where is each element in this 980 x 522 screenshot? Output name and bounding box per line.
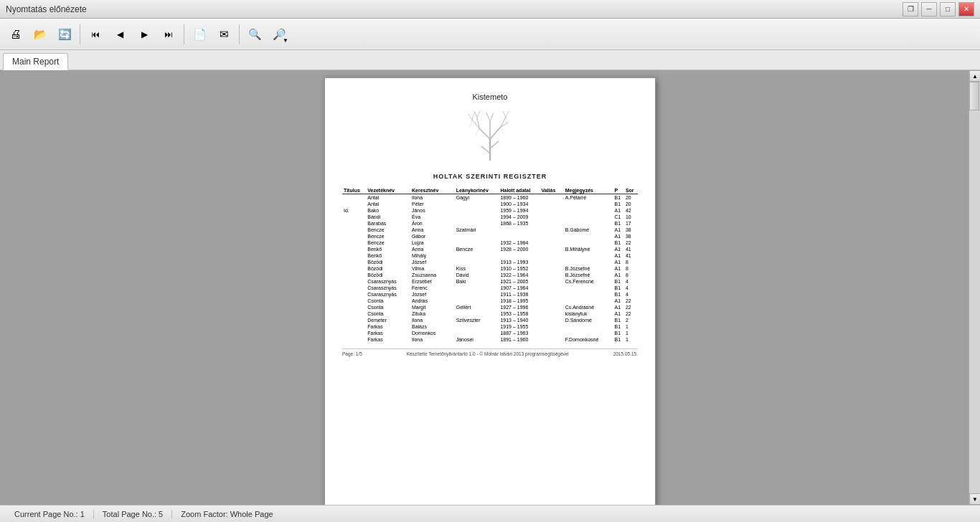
- table-cell: A1: [613, 304, 624, 310]
- table-cell: [455, 285, 499, 291]
- table-cell: 38: [624, 233, 638, 239]
- table-cell: Bakó: [366, 207, 410, 214]
- table-cell: Mihály: [410, 252, 455, 259]
- scroll-up-button[interactable]: ▲: [969, 70, 980, 82]
- toolbar: 🖨 📂 🔄 ⏮ ◀ ▶ ⏭ 📄 ✉ 🔍 🔎 ▼: [0, 19, 980, 50]
- table-cell: [540, 246, 563, 252]
- table-cell: [540, 278, 563, 285]
- table-cell: Barabás: [366, 220, 410, 227]
- col-header-titulus: Titulus: [342, 187, 366, 194]
- table-cell: [540, 194, 563, 201]
- table-cell: 1907 – 1964: [499, 285, 540, 291]
- table-cell: [540, 298, 563, 304]
- svg-line-14: [474, 111, 477, 117]
- table-row: BözödiJózsef1913 – 1993A18: [342, 259, 638, 265]
- svg-line-12: [468, 114, 472, 120]
- table-cell: [455, 201, 499, 207]
- table-cell: Cs.Andrásné: [564, 304, 613, 310]
- table-cell: [540, 233, 563, 239]
- table-cell: Zituka: [410, 310, 455, 317]
- nav-last-icon: ⏭: [164, 29, 173, 39]
- table-cell: Bencze: [455, 246, 499, 252]
- page-footer: Page: 1/5 Készítette Temetőnyilvántartó …: [342, 348, 638, 356]
- table-cell: A1: [613, 227, 624, 233]
- table-cell: A1: [613, 272, 624, 278]
- table-cell: [540, 310, 563, 317]
- col-header-vezeteknev: Vezetéknév: [366, 187, 410, 194]
- report-heading: HOLTAK SZERINTI REGISZTER: [342, 173, 638, 180]
- table-cell: [342, 285, 366, 291]
- table-cell: 22: [624, 298, 638, 304]
- scroll-thumb[interactable]: [969, 82, 979, 110]
- table-cell: 8: [624, 272, 638, 278]
- table-cell: [342, 336, 366, 343]
- table-cell: A1: [613, 265, 624, 272]
- table-cell: Baki: [455, 278, 499, 285]
- footer-created-by: Készítette Temetőnyilvántartó 1.0 - © Mo…: [407, 351, 569, 356]
- vertical-scrollbar[interactable]: ▲ ▼: [969, 70, 980, 505]
- table-cell: [342, 317, 366, 323]
- refresh-button[interactable]: 🔄: [53, 23, 76, 46]
- table-cell: Bándi: [366, 214, 410, 220]
- tree-svg: [461, 107, 519, 164]
- nav-next-button[interactable]: ▶: [133, 23, 156, 46]
- table-cell: 1913 – 1993: [499, 259, 540, 265]
- table-cell: C1: [613, 214, 624, 220]
- table-cell: [342, 291, 366, 298]
- table-row: FarkasDomonkos1887 – 1963B11: [342, 330, 638, 336]
- table-cell: 2: [624, 317, 638, 323]
- table-cell: János: [410, 207, 455, 214]
- zoom-button[interactable]: 🔎 ▼: [268, 23, 291, 46]
- table-cell: 1: [624, 330, 638, 336]
- col-header-keresztnev: Keresztnév: [410, 187, 455, 194]
- nav-prev-button[interactable]: ◀: [108, 23, 131, 46]
- table-cell: F.Domonkosné: [564, 336, 613, 343]
- close-button[interactable]: ✕: [958, 2, 974, 16]
- table-cell: 1928 – 2000: [499, 246, 540, 252]
- table-cell: A.Pétarré: [564, 194, 613, 201]
- table-cell: D.Sándorné: [564, 317, 613, 323]
- table-cell: [540, 285, 563, 291]
- table-cell: [540, 330, 563, 336]
- col-header-sor: Sor: [624, 187, 638, 194]
- table-row: BözödiVilmaKiss1910 – 1952B.JózsefnéA18: [342, 265, 638, 272]
- table-cell: 4: [624, 291, 638, 298]
- svg-line-1: [481, 146, 490, 153]
- svg-line-3: [479, 128, 490, 139]
- table-cell: 1891 – 1960: [499, 336, 540, 343]
- scroll-down-button[interactable]: ▼: [969, 493, 980, 505]
- table-cell: [564, 330, 613, 336]
- table-row: BenczeAnnaSzatmáriB.GáboméA138: [342, 227, 638, 233]
- table-cell: [564, 233, 613, 239]
- open-button[interactable]: 📂: [29, 23, 52, 46]
- table-cell: B1: [613, 323, 624, 330]
- table-cell: 1918 – 1995: [499, 298, 540, 304]
- table-cell: [342, 233, 366, 239]
- table-cell: Benkő: [366, 246, 410, 252]
- email-button[interactable]: ✉: [212, 23, 235, 46]
- nav-last-button[interactable]: ⏭: [157, 23, 180, 46]
- table-cell: B1: [613, 278, 624, 285]
- col-header-vallas: Vallás: [540, 187, 563, 194]
- table-cell: 1919 – 1955: [499, 323, 540, 330]
- table-cell: Csarasznyás: [366, 285, 410, 291]
- table-cell: [455, 239, 499, 246]
- maximize-button[interactable]: □: [940, 2, 956, 16]
- col-header-halott: Halott adatai: [499, 187, 540, 194]
- table-cell: 1959 – 1994: [499, 207, 540, 214]
- nav-first-button[interactable]: ⏮: [84, 23, 107, 46]
- table-cell: Cs.Ferencné: [564, 278, 613, 285]
- print-button[interactable]: 🖨: [4, 23, 27, 46]
- table-cell: [342, 272, 366, 278]
- minimize-button[interactable]: ─: [921, 2, 937, 16]
- table-cell: 22: [624, 239, 638, 246]
- table-row: BándiÉva1994 – 2009C110: [342, 214, 638, 220]
- search-button[interactable]: 🔍: [243, 23, 266, 46]
- table-cell: [540, 252, 563, 259]
- table-cell: Ferenc: [410, 285, 455, 291]
- export-pdf-button[interactable]: 📄: [188, 23, 211, 46]
- table-cell: [564, 259, 613, 265]
- tab-main-report[interactable]: Main Report: [3, 53, 68, 70]
- status-bar: Current Page No.: 1 Total Page No.: 5 Zo…: [0, 505, 980, 522]
- restore-button[interactable]: ❐: [903, 2, 918, 16]
